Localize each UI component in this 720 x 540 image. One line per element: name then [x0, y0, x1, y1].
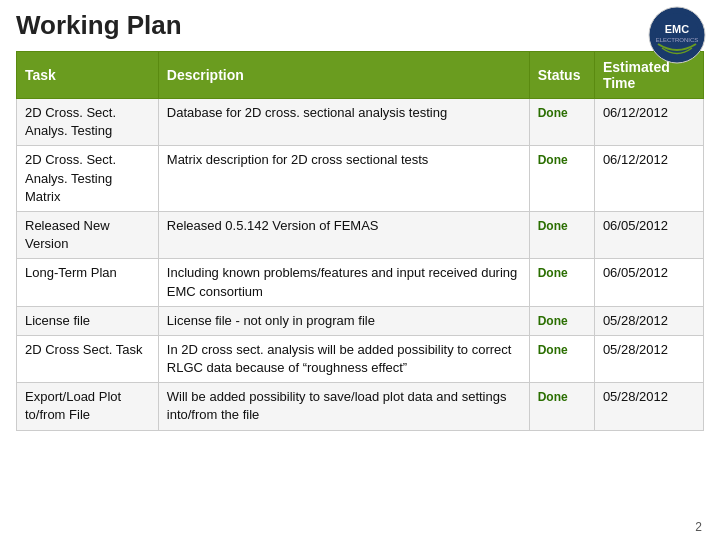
cell-task: License file [17, 306, 159, 335]
cell-status: Done [529, 383, 594, 430]
cell-status: Done [529, 211, 594, 258]
header-task: Task [17, 52, 159, 99]
cell-description: License file - not only in program file [158, 306, 529, 335]
cell-description: Will be added possibility to save/load p… [158, 383, 529, 430]
cell-estimated-time: 05/28/2012 [594, 335, 703, 382]
cell-task: 2D Cross. Sect. Analys. Testing Matrix [17, 146, 159, 212]
cell-estimated-time: 06/05/2012 [594, 259, 703, 306]
cell-task: Export/Load Plot to/from File [17, 383, 159, 430]
cell-description: In 2D cross sect. analysis will be added… [158, 335, 529, 382]
table-header-row: Task Description Status Estimated Time [17, 52, 704, 99]
table-row: Export/Load Plot to/from FileWill be add… [17, 383, 704, 430]
table-row: Long-Term PlanIncluding known problems/f… [17, 259, 704, 306]
status-badge: Done [538, 266, 568, 280]
table-row: 2D Cross. Sect. Analys. TestingDatabase … [17, 99, 704, 146]
status-badge: Done [538, 343, 568, 357]
status-badge: Done [538, 153, 568, 167]
status-badge: Done [538, 106, 568, 120]
cell-status: Done [529, 146, 594, 212]
svg-text:ELECTRONICS: ELECTRONICS [656, 37, 699, 43]
svg-text:EMC: EMC [665, 23, 690, 35]
cell-estimated-time: 06/12/2012 [594, 146, 703, 212]
cell-status: Done [529, 306, 594, 335]
cell-status: Done [529, 335, 594, 382]
status-badge: Done [538, 390, 568, 404]
cell-task: 2D Cross Sect. Task [17, 335, 159, 382]
cell-status: Done [529, 99, 594, 146]
cell-estimated-time: 05/28/2012 [594, 383, 703, 430]
cell-description: Database for 2D cross. sectional analysi… [158, 99, 529, 146]
table-row: License fileLicense file - not only in p… [17, 306, 704, 335]
emc-logo: EMC ELECTRONICS [648, 6, 706, 64]
status-badge: Done [538, 219, 568, 233]
cell-task: 2D Cross. Sect. Analys. Testing [17, 99, 159, 146]
cell-description: Matrix description for 2D cross sectiona… [158, 146, 529, 212]
page: EMC ELECTRONICS Working Plan Task Descri… [0, 0, 720, 540]
header-description: Description [158, 52, 529, 99]
cell-description: Released 0.5.142 Version of FEMAS [158, 211, 529, 258]
cell-status: Done [529, 259, 594, 306]
page-number: 2 [695, 520, 702, 534]
cell-estimated-time: 06/12/2012 [594, 99, 703, 146]
page-title: Working Plan [16, 10, 704, 41]
cell-task: Long-Term Plan [17, 259, 159, 306]
working-plan-table: Task Description Status Estimated Time 2… [16, 51, 704, 431]
cell-task: Released New Version [17, 211, 159, 258]
table-row: Released New VersionReleased 0.5.142 Ver… [17, 211, 704, 258]
header-status: Status [529, 52, 594, 99]
status-badge: Done [538, 314, 568, 328]
cell-estimated-time: 05/28/2012 [594, 306, 703, 335]
cell-estimated-time: 06/05/2012 [594, 211, 703, 258]
table-row: 2D Cross Sect. TaskIn 2D cross sect. ana… [17, 335, 704, 382]
cell-description: Including known problems/features and in… [158, 259, 529, 306]
table-row: 2D Cross. Sect. Analys. Testing MatrixMa… [17, 146, 704, 212]
